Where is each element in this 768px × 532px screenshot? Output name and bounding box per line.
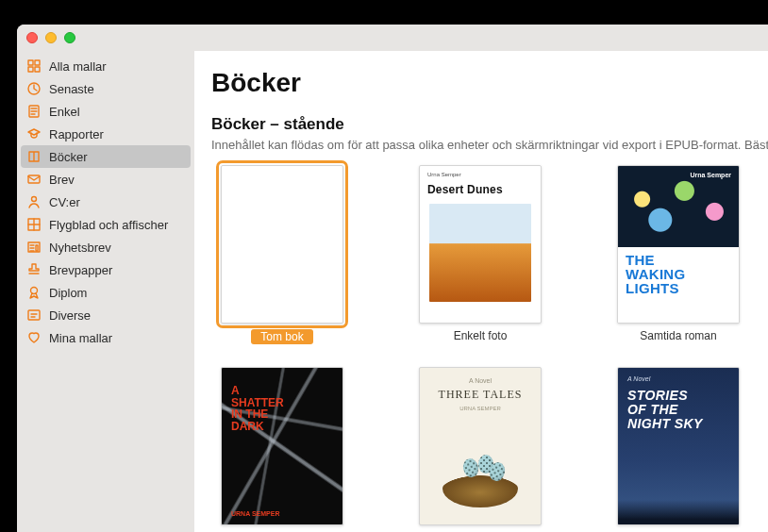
sidebar-item-label: Brev [49,173,75,187]
template-label: Samtida roman [640,329,716,342]
template-tales[interactable]: A Novel THREE TALES URNA SEMPER [409,367,551,531]
sidebar-item-diverse[interactable]: Diverse [17,304,194,326]
sidebar-item-label: CV:er [49,195,80,209]
sidebar-item-flygblad-och-affischer[interactable]: Flygblad och affischer [17,213,194,236]
news-icon [26,240,42,255]
cover-kicker: A Novel [420,368,541,384]
sidebar-item-label: Enkel [49,105,80,119]
svg-rect-0 [28,60,33,65]
window-titlebar [17,25,768,51]
ribbon-icon [26,285,42,300]
section-description: Innehållet kan flödas om för att passa o… [211,138,768,152]
template-night[interactable]: A Novel STORIESOF THENIGHT SKY [608,367,749,531]
page-icon [26,104,42,119]
cover-author: Urna Semper [690,172,731,178]
envelope-icon [26,172,42,187]
sidebar-item-label: Mina mallar [49,331,112,345]
cover-title: THREE TALES [420,388,541,402]
sidebar-item-brev[interactable]: Brev [17,168,194,191]
book-icon [26,149,42,164]
template-thumb-desert: Urna Semper Desert Dunes [419,165,542,324]
template-grid: Tom bok Urna Semper Desert Dunes Enkelt … [211,165,768,531]
sidebar-item-b-cker[interactable]: Böcker [21,145,191,168]
template-thumb-shatter: ASHATTERIN THEDARK URNA SEMPER [221,367,343,525]
cover-title: Desert Dunes [427,183,503,196]
sidebar-item-label: Nyhetsbrev [49,241,111,255]
sidebar-item-brevpapper[interactable]: Brevpapper [17,258,194,281]
heart-icon [26,330,42,345]
template-waking[interactable]: Urna Semper THEWAKINGLIGHTS Samtida roma… [608,165,749,344]
template-thumb-blank [221,165,343,324]
template-thumb-night: A Novel STORIESOF THENIGHT SKY [617,367,740,525]
sidebar-item-diplom[interactable]: Diplom [17,281,194,304]
template-category-sidebar: Alla mallarSenasteEnkelRapporterBöckerBr… [17,51,194,532]
columns-icon [26,217,42,232]
svg-rect-2 [28,67,33,72]
minimize-window-button[interactable] [45,32,57,43]
cover-image [618,166,739,249]
sidebar-item-label: Alla mallar [49,59,107,74]
svg-rect-11 [28,310,40,320]
cover-title: ASHATTERIN THEDARK [231,385,284,432]
sidebar-item-label: Böcker [49,150,87,164]
cover-kicker: A Novel [627,375,650,382]
stamp-icon [26,262,42,277]
sidebar-item-label: Rapporter [49,127,104,141]
svg-point-7 [32,197,37,202]
template-desert[interactable]: Urna Semper Desert Dunes Enkelt foto [409,165,551,344]
cover-author: URNA SEMPER [231,510,279,517]
cover-title: STORIESOF THENIGHT SKY [627,389,729,431]
template-shatter[interactable]: ASHATTERIN THEDARK URNA SEMPER [211,367,353,531]
sidebar-item-cv-er[interactable]: CV:er [17,191,194,213]
sidebar-item-nyhetsbrev[interactable]: Nyhetsbrev [17,236,194,258]
template-label: Tom bok [251,329,312,344]
template-thumb-waking: Urna Semper THEWAKINGLIGHTS [617,165,740,324]
close-window-button[interactable] [26,32,38,43]
svg-rect-6 [28,175,40,183]
section-title: Böcker – stående [211,115,768,134]
svg-point-10 [31,288,38,294]
sidebar-item-label: Diverse [49,308,91,323]
page-title: Böcker [211,68,768,98]
clock-icon [26,81,42,96]
misc-icon [26,308,42,323]
cap-icon [26,126,42,141]
sidebar-item-mina-mallar[interactable]: Mina mallar [17,326,194,349]
template-blank[interactable]: Tom bok [211,165,353,344]
sidebar-item-rapporter[interactable]: Rapporter [17,123,194,145]
svg-rect-3 [35,67,40,72]
person-icon [26,194,42,209]
sidebar-item-alla-mallar[interactable]: Alla mallar [17,55,194,77]
sidebar-item-label: Senaste [49,82,94,96]
grid-icon [26,58,42,74]
cover-image [442,451,518,507]
cover-author: URNA SEMPER [420,406,541,411]
cover-author: Urna Semper [427,172,461,177]
svg-rect-1 [35,60,40,65]
sidebar-item-label: Diplom [49,286,87,300]
template-label: Enkelt foto [454,329,508,342]
sidebar-item-label: Flygblad och affischer [49,218,168,232]
cover-title: THEWAKINGLIGHTS [626,253,731,295]
fullscreen-window-button[interactable] [64,32,75,43]
sidebar-item-senaste[interactable]: Senaste [17,77,194,100]
sidebar-item-enkel[interactable]: Enkel [17,100,194,123]
cover-image [429,204,531,302]
sidebar-item-label: Brevpapper [49,263,112,277]
template-thumb-tales: A Novel THREE TALES URNA SEMPER [419,367,542,525]
